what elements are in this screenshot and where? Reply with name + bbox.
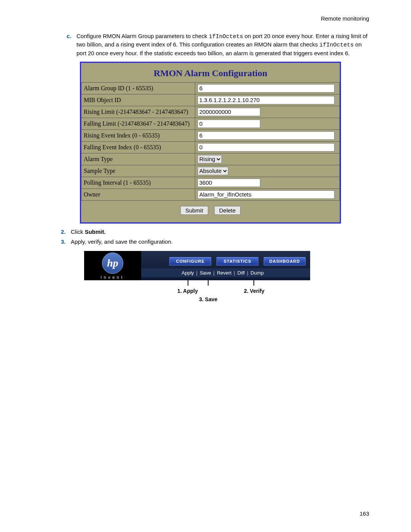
marker-2: 2. — [61, 228, 71, 236]
step-c: c. Configure RMON Alarm Group parameters… — [42, 32, 369, 57]
label-falling-index: Falling Event Index (0 - 65535) — [81, 141, 195, 153]
code-ifinoctets-1: ifInOctets — [209, 34, 243, 40]
code-ifinoctets-2: ifInOctets — [319, 42, 354, 48]
step-3: 3. Apply, verify, and save the configura… — [42, 238, 369, 246]
label-1-apply: 1. Apply — [177, 288, 198, 294]
rmon-config-panel: RMON Alarm Configuration Alarm Group ID … — [80, 62, 341, 224]
input-polling-interval[interactable] — [198, 179, 260, 187]
marker-3: 3. — [61, 238, 71, 246]
step-3-text: Apply, verify, and save the configuratio… — [71, 238, 369, 246]
link-revert[interactable]: Revert — [215, 270, 234, 276]
submit-button[interactable] — [180, 206, 208, 215]
marker-c: c. — [67, 32, 76, 57]
label-row-1: 1. Apply 2. Verify — [84, 288, 310, 296]
toolbar-tabs: CONFIGURE STATISTICS DASHBOARD — [141, 251, 310, 268]
input-owner[interactable] — [198, 190, 335, 199]
config-title: RMON Alarm Configuration — [81, 63, 340, 82]
page-header: Remote monitoring — [42, 15, 369, 22]
input-rising-limit[interactable] — [198, 108, 260, 116]
input-mib[interactable] — [198, 96, 335, 104]
tab-dashboard[interactable]: DASHBOARD — [264, 257, 306, 265]
toolbar-links: Apply| Save| Revert| Diff| Dump — [141, 268, 310, 277]
label-falling-limit: Falling Limit (-2147483647 - 2147483647) — [81, 118, 195, 129]
leader-apply — [188, 280, 188, 286]
select-alarm-type[interactable]: Rising — [198, 155, 222, 163]
label-sample-type: Sample Type — [81, 165, 195, 177]
step-2-text: Click — [71, 228, 85, 235]
leader-lines — [84, 280, 310, 288]
label-alarm-type: Alarm Type — [81, 153, 195, 165]
hp-logo: hp invent — [84, 251, 141, 280]
step-2: 2. Click Submit. — [42, 228, 369, 236]
hp-logo-text: hp — [107, 257, 118, 269]
input-rising-index[interactable] — [198, 131, 335, 140]
label-polling-interval: Polling Interval (1 - 65535) — [81, 177, 195, 189]
config-button-row — [81, 201, 340, 222]
label-mib: MIB Object ID — [81, 94, 195, 106]
input-falling-index[interactable] — [198, 143, 335, 152]
label-owner: Owner — [81, 189, 195, 200]
link-save[interactable]: Save — [198, 270, 213, 276]
link-dump[interactable]: Dump — [248, 270, 266, 276]
step-2-bold: Submit. — [85, 228, 106, 235]
tab-configure[interactable]: CONFIGURE — [169, 257, 211, 265]
label-2-verify: 2. Verify — [244, 288, 264, 294]
input-falling-limit[interactable] — [198, 120, 260, 128]
select-sample-type[interactable]: Absolute — [198, 167, 228, 175]
link-apply[interactable]: Apply — [179, 270, 196, 276]
toolbar-right: CONFIGURE STATISTICS DASHBOARD Apply| Sa… — [141, 251, 310, 280]
link-diff[interactable]: Diff — [235, 270, 247, 276]
hp-logo-circle: hp — [102, 252, 123, 274]
label-alarm-group: Alarm Group ID (1 - 65535) — [81, 82, 195, 94]
label-rising-limit: Rising Limit (-2147483647 - 2147483647) — [81, 106, 195, 118]
label-3-save: 3. Save — [199, 296, 217, 302]
leader-save — [208, 280, 209, 286]
tab-statistics[interactable]: STATISTICS — [217, 257, 258, 265]
label-rising-index: Rising Event Index (0 - 65535) — [81, 129, 195, 141]
page-number: 163 — [360, 510, 369, 517]
step-c-body: Configure RMON Alarm Group parameters to… — [76, 32, 369, 57]
invent-text: invent — [101, 275, 125, 280]
toolbar-screenshot: hp invent CONFIGURE STATISTICS DASHBOARD… — [84, 251, 310, 305]
label-row-2: 3. Save — [84, 296, 310, 305]
delete-button[interactable] — [214, 206, 241, 215]
intro-1: Configure RMON Alarm Group parameters to… — [76, 33, 209, 39]
input-alarm-group[interactable] — [198, 84, 335, 93]
config-table: Alarm Group ID (1 - 65535) MIB Object ID… — [81, 82, 340, 201]
toolbar-top: hp invent CONFIGURE STATISTICS DASHBOARD… — [84, 251, 310, 280]
leader-diff — [253, 280, 254, 286]
